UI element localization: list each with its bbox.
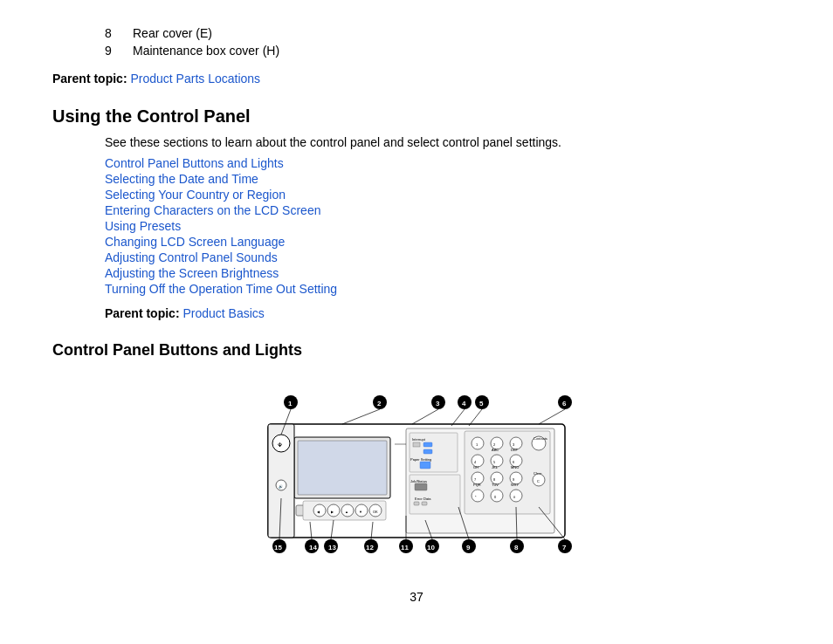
svg-line-104	[342, 409, 380, 424]
svg-text:13: 13	[328, 544, 336, 552]
section1-heading: Using the Control Panel	[52, 106, 781, 127]
svg-rect-13	[423, 442, 432, 447]
svg-text:PQR: PQR	[473, 483, 481, 487]
svg-point-63	[313, 504, 326, 517]
svg-text:7: 7	[562, 544, 567, 552]
svg-text:GH: GH	[473, 465, 478, 469]
link-lcd-language[interactable]: Changing LCD Screen Language	[105, 235, 781, 249]
link-screen-brightness[interactable]: Adjusting the Screen Brightness	[105, 266, 781, 280]
svg-text:Paper Setting: Paper Setting	[410, 457, 431, 462]
list-text-9: Maintenance box cover (H)	[133, 44, 279, 58]
svg-point-49	[472, 490, 484, 502]
svg-rect-59	[414, 502, 419, 505]
svg-text:14: 14	[309, 544, 317, 552]
numbered-list: 8 Rear cover (E) 9 Maintenance box cover…	[105, 26, 781, 58]
parent-topic-2-label: Parent topic:	[105, 306, 180, 320]
svg-text:10: 10	[427, 544, 435, 552]
parent-topic-1-link[interactable]: Product Parts Locations	[130, 72, 260, 86]
svg-text:MNO: MNO	[511, 465, 519, 469]
svg-rect-60	[422, 502, 427, 505]
svg-text:▼: ▼	[359, 510, 362, 514]
svg-text:1: 1	[288, 400, 293, 408]
svg-text:Interrupt: Interrupt	[412, 437, 426, 442]
svg-text:🔊: 🔊	[279, 484, 283, 489]
svg-point-51	[491, 490, 503, 502]
svg-rect-57	[415, 483, 427, 490]
list-num-9: 9	[105, 44, 115, 58]
list-item-9: 9 Maintenance box cover (H)	[105, 44, 781, 58]
svg-text:JKL: JKL	[492, 465, 499, 469]
svg-text:2: 2	[377, 400, 382, 408]
svg-rect-12	[413, 442, 420, 447]
list-item-8: 8 Rear cover (E)	[105, 26, 781, 40]
svg-text:12: 12	[366, 544, 374, 552]
link-country-region[interactable]: Selecting Your Country or Region	[105, 188, 781, 202]
svg-text:OK: OK	[373, 510, 378, 514]
svg-text:TUV: TUV	[492, 483, 499, 487]
section1-intro: See these sections to learn about the co…	[105, 135, 781, 149]
svg-text:Contacts: Contacts	[534, 436, 547, 441]
svg-text:8: 8	[514, 544, 519, 552]
svg-text:6: 6	[562, 400, 567, 408]
svg-text:3: 3	[436, 400, 440, 408]
svg-text:9: 9	[466, 544, 471, 552]
link-entering-chars[interactable]: Entering Characters on the LCD Screen	[105, 203, 781, 217]
svg-text:5: 5	[479, 400, 484, 408]
svg-rect-16	[420, 462, 430, 469]
svg-rect-2	[298, 441, 387, 495]
svg-point-65	[327, 504, 340, 517]
svg-line-107	[469, 409, 482, 426]
page-number: 37	[52, 590, 781, 604]
link-control-panel-buttons[interactable]: Control Panel Buttons and Lights	[105, 156, 781, 170]
link-presets[interactable]: Using Presets	[105, 219, 781, 233]
svg-text:C: C	[537, 479, 540, 483]
svg-text:⏻: ⏻	[278, 442, 282, 447]
parent-topic-1: Parent topic: Product Parts Locations	[52, 72, 781, 86]
svg-line-106	[451, 409, 465, 426]
parent-topic-2-link[interactable]: Product Basics	[182, 306, 264, 320]
svg-text:15: 15	[274, 544, 282, 552]
svg-text:ABC: ABC	[492, 448, 499, 452]
svg-text:Job/Status: Job/Status	[410, 479, 427, 483]
svg-line-108	[539, 409, 565, 424]
diagram-svg: .badge { fill: #000; } .badge-text { fil…	[189, 372, 644, 564]
control-panel-diagram: .badge { fill: #000; } .badge-text { fil…	[52, 372, 781, 564]
svg-line-105	[412, 409, 438, 424]
section2-heading: Control Panel Buttons and Lights	[52, 341, 781, 360]
svg-text:DEF: DEF	[511, 448, 519, 452]
parent-topic-2: Parent topic: Product Basics	[105, 306, 781, 320]
svg-point-53	[510, 490, 522, 502]
svg-text:11: 11	[401, 544, 409, 552]
svg-text:4: 4	[462, 400, 466, 408]
parent-topic-1-label: Parent topic:	[52, 72, 127, 86]
section1-links: Control Panel Buttons and Lights Selecti…	[105, 156, 781, 296]
list-text-8: Rear cover (E)	[133, 26, 212, 40]
link-timeout[interactable]: Turning Off the Operation Time Out Setti…	[105, 282, 781, 296]
svg-text:▲: ▲	[345, 510, 348, 514]
svg-text:Error  Data: Error Data	[415, 497, 431, 501]
list-num-8: 8	[105, 26, 115, 40]
link-date-time[interactable]: Selecting the Date and Time	[105, 172, 781, 186]
svg-text:WXY: WXY	[511, 483, 519, 487]
svg-rect-14	[423, 449, 432, 454]
link-control-panel-sounds[interactable]: Adjusting Control Panel Sounds	[105, 250, 781, 264]
